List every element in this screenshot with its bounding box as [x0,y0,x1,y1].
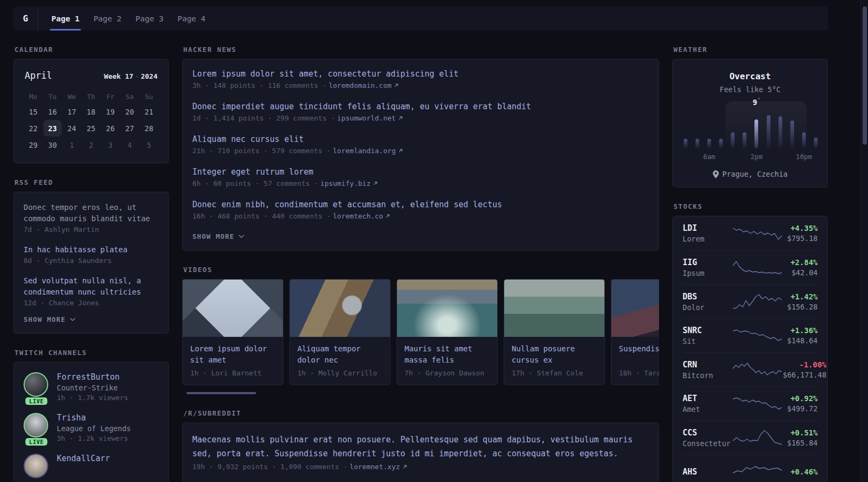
tab-page-4[interactable]: Page 4 [170,6,212,31]
external-link-icon [385,214,390,219]
calendar-weekday: Mo [24,89,43,103]
stock-price: $795.18 [783,234,818,243]
subreddit-post-title[interactable]: Maecenas mollis pulvinar erat non posuer… [192,433,649,461]
page-scrollbar-thumb[interactable] [863,6,867,145]
twitch-channel-name[interactable]: ForrestBurton [57,372,128,382]
stock-row[interactable]: DBSDolor+1.42%$156.28 [683,284,818,319]
videos-carousel: Lorem ipsum dolor sit amet consectetu…1h… [182,279,659,385]
page-scrollbar-track[interactable] [860,0,868,482]
weather-bar-chart: 9° [684,106,818,148]
video-card[interactable]: Aliquam tempor dolor nec pharetra…1h · M… [289,279,391,385]
hacker-news-item: Aliquam nec cursus elit21h · 710 points … [192,134,649,155]
stock-symbol: CCS [683,428,732,438]
twitch-channel-name[interactable]: KendallCarr [57,454,110,463]
video-card[interactable]: Suspendisse diam18h · Tara [611,279,659,385]
video-card[interactable]: Lorem ipsum dolor sit amet consectetu…1h… [182,279,283,385]
stock-name: Bitcorn [683,371,732,380]
twitch-channel-row[interactable]: LIVEForrestBurtonCounter-Strike1h · 1.7k… [24,372,159,402]
rss-item-title[interactable]: In hac habitasse platea [24,244,159,255]
hn-item-domain-link[interactable]: ipsumify.biz [320,179,378,187]
video-title[interactable]: Nullam posuere cursus ex [512,343,597,366]
hn-item-domain-link[interactable]: loremlandia.org [333,147,402,155]
videos-scrollbar-thumb[interactable] [186,392,256,394]
calendar-day: 17 [62,103,81,120]
hn-item-title[interactable]: Lorem ipsum dolor sit amet, consectetur … [192,69,649,79]
stock-row[interactable]: AHS+0.46% [683,455,818,482]
video-card[interactable]: Nullam posuere cursus ex17h · Stefan Col… [504,279,605,385]
tab-page-1[interactable]: Page 1 [44,6,86,31]
weather-bar [779,116,782,148]
calendar-day: 15 [24,103,43,120]
stock-sparkline-chart [732,326,783,345]
weather-bar [754,119,758,148]
stock-change-percent: -1.00% [783,360,826,369]
video-info: Mauris sit amet massa felis7h · Grayson … [397,337,497,385]
twitch-channel-game: League of Legends [57,424,131,433]
video-title[interactable]: Mauris sit amet massa felis [405,343,490,366]
hn-item-title[interactable]: Integer eget rutrum lorem [192,167,649,177]
video-card[interactable]: Mauris sit amet massa felis7h · Grayson … [396,279,498,385]
stock-change-percent: +4.35% [783,224,818,232]
app-logo[interactable]: G [13,6,38,31]
avatar [24,454,48,478]
stock-row[interactable]: IIGIpsum+2.84%$42.04 [683,251,818,285]
stock-row[interactable]: LDILorem+4.35%$795.18 [683,216,818,251]
hacker-news-widget: Lorem ipsum dolor sit amet, consectetur … [182,59,659,251]
subreddit-post-stats: 19h · 9,932 points · 1,090 comments · [192,463,348,471]
stock-sparkline-chart [732,462,783,481]
hn-show-more-button[interactable]: SHOW MORE [192,232,649,240]
tab-page-3[interactable]: Page 3 [129,6,170,31]
hn-item-meta: 21h · 710 points · 579 comments ·loremla… [192,147,649,155]
hacker-news-item: Donec enim nibh, condimentum et accumsan… [192,200,649,220]
hn-item-title[interactable]: Donec imperdiet augue tincidunt felis al… [192,102,649,111]
stock-values: +1.36%$148.64 [783,326,818,345]
stock-sparkline-chart [732,258,783,277]
weather-feels-like: Feels like 5°C [684,85,817,94]
calendar-day: 26 [101,120,120,137]
twitch-channel-row[interactable]: KendallCarr [24,454,159,478]
rss-item-title[interactable]: Donec tempor eros leo, ut commodo mauris… [24,202,159,224]
video-title[interactable]: Lorem ipsum dolor sit amet consectetu… [190,343,275,366]
hn-item-meta: 6h · 60 points · 57 comments ·ipsumify.b… [192,179,649,187]
rss-item-title[interactable]: Sed volutpat nulla nisl, a condimentum n… [24,275,159,298]
subreddit-post-list: Maecenas mollis pulvinar erat non posuer… [192,433,649,471]
weather-bar [695,139,699,148]
stock-row[interactable]: CCSConsectetur+0.51%$165.84 [683,420,818,455]
tab-page-2[interactable]: Page 2 [86,6,128,31]
calendar-day: 2 [81,137,101,153]
stock-sparkline-chart [732,394,783,413]
calendar-weekday: Fr [101,89,120,103]
stock-symbol: LDI [683,223,732,233]
hn-item-domain-link[interactable]: loremtech.co [333,212,390,220]
stock-change-percent: +2.84% [783,258,818,267]
external-link-icon [398,148,403,153]
weather-bar [731,132,735,148]
subreddit-section-label: /R/SUBREDDIT [183,409,659,417]
hn-item-domain-link[interactable]: ipsumworld.net [337,114,403,122]
hn-item-title[interactable]: Aliquam nec cursus elit [192,134,649,144]
hn-item-title[interactable]: Donec enim nibh, condimentum et accumsan… [192,200,649,209]
rss-item: In hac habitasse platea8d · Cynthia Saun… [24,244,159,265]
stock-row[interactable]: AETAmet+0.92%$499.72 [683,387,818,421]
rss-feed-widget: Donec tempor eros leo, ut commodo mauris… [13,192,169,334]
video-title[interactable]: Suspendisse diam [619,343,659,366]
stock-name: Consectetur [683,439,732,448]
stock-sparkline-chart [732,428,783,447]
rss-show-more-button[interactable]: SHOW MORE [24,315,159,323]
stock-row[interactable]: CRNBitcorn-1.00%$66,171.48 [683,352,818,387]
hn-item-stats: 6h · 60 points · 57 comments · [192,179,318,187]
video-title[interactable]: Aliquam tempor dolor nec pharetra… [297,343,383,366]
hn-item-meta: 16h · 468 points · 440 comments ·loremte… [192,212,649,220]
calendar-day: 18 [81,103,101,120]
stock-row[interactable]: SNRCSit+1.36%$148.64 [683,319,818,353]
weather-bar [707,139,711,148]
hn-item-domain-link[interactable]: loremdomain.com [328,81,398,89]
live-badge: LIVE [25,438,47,446]
calendar-day: 21 [139,103,159,120]
video-meta: 1h · Molly Carrillo [297,369,383,377]
stock-values: -1.00%$66,171.48 [783,360,826,379]
twitch-channel-name[interactable]: Trisha [57,413,131,423]
stock-symbol: DBS [683,292,732,302]
twitch-channel-row[interactable]: LIVETrishaLeague of Legends3h · 1.2k vie… [24,413,159,442]
subreddit-post-domain-link[interactable]: loremnet.xyz [350,463,407,471]
